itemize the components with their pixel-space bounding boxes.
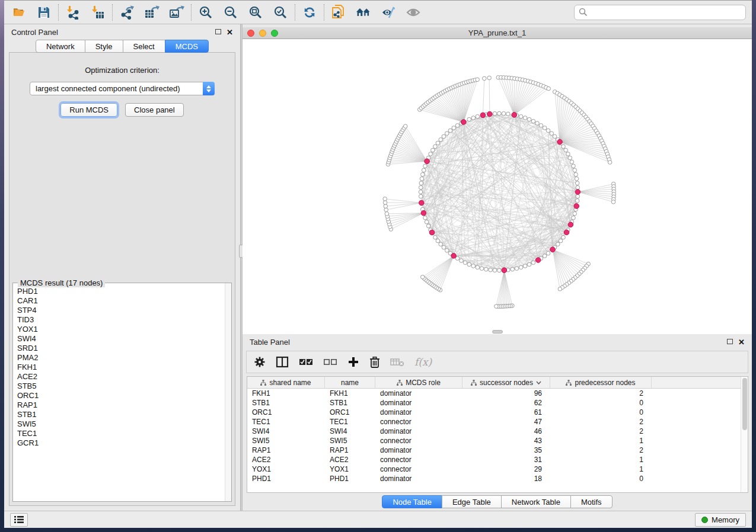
export-network-icon[interactable]: [119, 5, 135, 20]
import-table-icon[interactable]: [90, 5, 106, 20]
cell-name[interactable]: ORC1: [325, 408, 375, 417]
table-row[interactable]: RAP1 RAP1 dominator 35 2: [247, 446, 741, 455]
tab-motifs[interactable]: Motifs: [570, 495, 613, 508]
run-mcds-button[interactable]: Run MCDS: [60, 103, 117, 117]
cell-shared-name[interactable]: STB1: [247, 398, 325, 408]
cell-mcds-role[interactable]: connector: [375, 464, 462, 474]
search-input[interactable]: [591, 8, 741, 17]
cell-shared-name[interactable]: ACE2: [247, 455, 325, 464]
result-node-item[interactable]: SWI4: [17, 334, 225, 344]
table-scrollbar[interactable]: [741, 377, 748, 492]
column-header-shared-name[interactable]: shared name: [247, 377, 325, 388]
cell-mcds-role[interactable]: connector: [375, 417, 462, 427]
tab-node-table[interactable]: Node Table: [382, 495, 442, 508]
cell-successor-nodes[interactable]: 43: [462, 436, 550, 446]
table-row[interactable]: SWI4 SWI4 dominator 46 2: [247, 427, 741, 436]
result-list-scrollbar[interactable]: [225, 283, 231, 501]
save-session-icon[interactable]: [36, 5, 52, 20]
mcds-result-list[interactable]: PHD1CAR1STP4TID3YOX1SWI4SRD1PMA2FKH1ACE2…: [13, 283, 225, 501]
cell-mcds-role[interactable]: dominator: [375, 389, 462, 398]
table-row[interactable]: FKH1 FKH1 dominator 96 2: [247, 389, 741, 398]
cell-predecessor-nodes[interactable]: 0: [550, 398, 652, 408]
show-all-networks-icon[interactable]: [356, 5, 371, 20]
cell-predecessor-nodes[interactable]: 1: [550, 464, 652, 474]
export-image-icon[interactable]: [169, 5, 184, 20]
memory-button[interactable]: Memory: [695, 513, 746, 527]
cell-successor-nodes[interactable]: 62: [462, 398, 550, 408]
cell-successor-nodes[interactable]: 35: [462, 446, 550, 455]
select-all-rows-icon[interactable]: [299, 355, 313, 369]
birds-eye-view-icon[interactable]: [406, 5, 421, 20]
close-panel-button[interactable]: Close panel: [125, 103, 184, 117]
cell-mcds-role[interactable]: dominator: [375, 408, 462, 417]
cell-mcds-role[interactable]: dominator: [375, 427, 462, 436]
result-node-item[interactable]: FKH1: [17, 363, 225, 372]
create-column-icon[interactable]: [347, 355, 359, 369]
cell-shared-name[interactable]: SWI5: [247, 436, 325, 446]
network-titlebar[interactable]: YPA_prune.txt_1: [243, 27, 752, 39]
task-history-button[interactable]: [10, 513, 28, 527]
result-node-item[interactable]: STB5: [17, 382, 225, 391]
table-row[interactable]: SWI5 SWI5 connector 43 1: [247, 436, 741, 446]
cell-mcds-role[interactable]: connector: [375, 455, 462, 464]
cell-predecessor-nodes[interactable]: 2: [550, 446, 652, 455]
cell-name[interactable]: SWI4: [325, 427, 375, 436]
cell-name[interactable]: SWI5: [325, 436, 375, 446]
result-node-item[interactable]: RAP1: [17, 400, 225, 410]
open-file-icon[interactable]: [11, 5, 27, 20]
table-row[interactable]: ACE2 ACE2 connector 31 1: [247, 455, 741, 464]
cell-name[interactable]: PHD1: [325, 474, 375, 483]
close-table-panel-icon[interactable]: ✕: [738, 338, 745, 346]
table-settings-gear-icon[interactable]: [254, 355, 266, 369]
zoom-out-icon[interactable]: [223, 5, 238, 20]
tab-mcds[interactable]: MCDS: [165, 40, 209, 53]
search-box[interactable]: [574, 5, 746, 20]
table-scrollbar-thumb[interactable]: [742, 378, 747, 430]
cell-shared-name[interactable]: TEC1: [247, 417, 325, 427]
cell-shared-name[interactable]: PHD1: [247, 474, 325, 483]
tab-network-table[interactable]: Network Table: [501, 495, 571, 508]
hide-labels-icon[interactable]: [381, 5, 396, 20]
delete-column-icon[interactable]: [369, 355, 380, 369]
table-row[interactable]: STB1 STB1 dominator 62 0: [247, 398, 741, 408]
result-node-item[interactable]: GCR1: [17, 438, 225, 448]
zoom-fit-icon[interactable]: [248, 5, 263, 20]
result-node-item[interactable]: STB1: [17, 410, 225, 419]
cell-mcds-role[interactable]: dominator: [375, 446, 462, 455]
table-row[interactable]: TEC1 TEC1 connector 47 2: [247, 417, 741, 427]
result-node-item[interactable]: TEC1: [17, 429, 225, 438]
cell-mcds-role[interactable]: connector: [375, 436, 462, 446]
result-node-item[interactable]: PMA2: [17, 353, 225, 363]
cell-name[interactable]: FKH1: [325, 389, 375, 398]
float-table-panel-icon[interactable]: [727, 338, 733, 346]
cell-predecessor-nodes[interactable]: 0: [550, 474, 652, 483]
column-header-name[interactable]: name: [325, 377, 375, 388]
cell-predecessor-nodes[interactable]: 2: [550, 417, 652, 427]
result-node-item[interactable]: SWI5: [17, 419, 225, 429]
cell-name[interactable]: TEC1: [325, 417, 375, 427]
cell-predecessor-nodes[interactable]: 2: [550, 427, 652, 436]
cell-shared-name[interactable]: RAP1: [247, 446, 325, 455]
cell-successor-nodes[interactable]: 31: [462, 455, 550, 464]
table-row[interactable]: YOX1 YOX1 connector 29 1: [247, 464, 741, 474]
column-header-successor-nodes[interactable]: successor nodes: [462, 377, 550, 388]
criterion-select[interactable]: largest connected component (undirected): [30, 82, 215, 95]
cell-predecessor-nodes[interactable]: 1: [550, 455, 652, 464]
result-node-item[interactable]: SRD1: [17, 344, 225, 353]
result-node-item[interactable]: STP4: [17, 306, 225, 315]
cell-name[interactable]: YOX1: [325, 464, 375, 474]
float-panel-icon[interactable]: [215, 28, 221, 36]
column-header-mcds-role[interactable]: MCDS role: [375, 377, 462, 388]
tab-network[interactable]: Network: [36, 40, 85, 53]
network-document-icon[interactable]: [331, 5, 346, 20]
zoom-in-icon[interactable]: [198, 5, 213, 20]
cell-successor-nodes[interactable]: 47: [462, 417, 550, 427]
result-node-item[interactable]: ACE2: [17, 372, 225, 382]
result-node-item[interactable]: CAR1: [17, 296, 225, 306]
result-node-item[interactable]: PHD1: [17, 287, 225, 296]
table-row[interactable]: ORC1 ORC1 dominator 61 0: [247, 408, 741, 417]
cell-mcds-role[interactable]: dominator: [375, 474, 462, 483]
result-node-item[interactable]: YOX1: [17, 325, 225, 334]
cell-successor-nodes[interactable]: 18: [462, 474, 550, 483]
refresh-icon[interactable]: [302, 5, 317, 20]
